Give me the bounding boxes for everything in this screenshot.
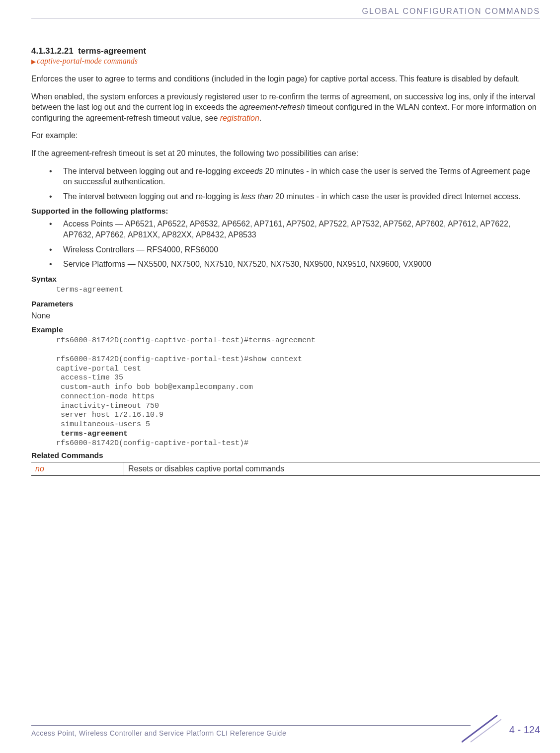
- table-row: no Resets or disables captive portal com…: [31, 462, 540, 476]
- for-example-label: For example:: [31, 130, 540, 141]
- section-number: 4.1.31.2.21: [31, 46, 74, 55]
- list-item: Wireless Controllers — RFS4000, RFS6000: [63, 244, 540, 255]
- related-commands-table: no Resets or disables captive portal com…: [31, 462, 540, 476]
- text-fragment: 20 minutes - in which case the user is p…: [273, 192, 521, 201]
- text-fragment: The interval between logging out and re-…: [63, 167, 233, 175]
- list-item: The interval between logging out and re-…: [63, 191, 540, 202]
- example-intro: If the agreement-refresh timeout is set …: [31, 148, 540, 159]
- text-fragment: The interval between logging out and re-…: [63, 192, 241, 201]
- registration-link[interactable]: registration: [220, 114, 259, 122]
- parameters-heading: Parameters: [31, 300, 540, 308]
- breadcrumb-arrow-icon: ▶: [31, 58, 36, 65]
- possibility-list: The interval between logging out and re-…: [31, 166, 540, 202]
- syntax-code: terms-agreement: [56, 286, 540, 295]
- list-item: Access Points — AP6521, AP6522, AP6532, …: [63, 219, 540, 240]
- code-text: rfs6000-81742D(config-captive-portal-tes…: [56, 439, 248, 448]
- text-em: less than: [241, 192, 273, 201]
- running-header: GLOBAL CONFIGURATION COMMANDS: [31, 7, 540, 18]
- intro-paragraph-1: Enforces the user to agree to terms and …: [31, 74, 540, 84]
- syntax-heading: Syntax: [31, 275, 540, 284]
- breadcrumb[interactable]: ▶captive-portal-mode commands: [31, 57, 540, 66]
- code-bold: terms-agreement: [61, 430, 128, 438]
- related-heading: Related Commands: [31, 451, 540, 460]
- example-code: rfs6000-81742D(config-captive-portal-tes…: [56, 336, 540, 448]
- parameters-value: None: [31, 311, 540, 320]
- page-container: GLOBAL CONFIGURATION COMMANDS 4.1.31.2.2…: [0, 0, 560, 703]
- section-heading: 4.1.31.2.21 terms-agreement: [31, 46, 540, 56]
- breadcrumb-text: captive-portal-mode commands: [37, 57, 138, 65]
- related-cmd-link[interactable]: no: [31, 462, 124, 476]
- related-cmd-desc: Resets or disables captive portal comman…: [124, 462, 541, 476]
- text-em: exceeds: [233, 167, 263, 175]
- supported-list: Access Points — AP6521, AP6522, AP6532, …: [31, 219, 540, 269]
- text-fragment: .: [259, 114, 261, 122]
- list-item: The interval between logging out and re-…: [63, 166, 540, 187]
- example-heading: Example: [31, 325, 540, 334]
- intro-paragraph-2: When enabled, the system enforces a prev…: [31, 91, 540, 124]
- section-title: terms-agreement: [78, 46, 146, 55]
- supported-heading: Supported in the following platforms:: [31, 207, 540, 216]
- code-text: rfs6000-81742D(config-captive-portal-tes…: [56, 336, 316, 438]
- list-item: Service Platforms — NX5500, NX7500, NX75…: [63, 259, 540, 270]
- text-em: agreement-refresh: [240, 103, 305, 111]
